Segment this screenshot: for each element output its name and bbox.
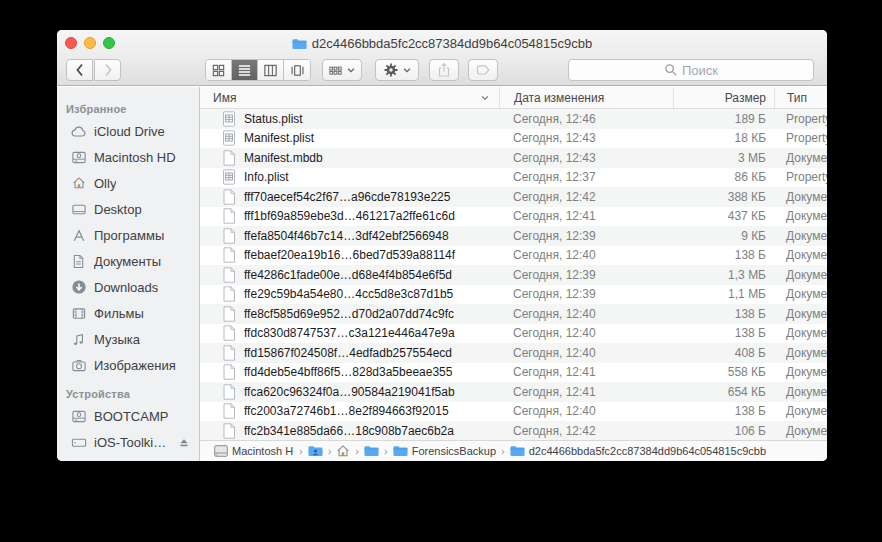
file-type-cell: Документ [774, 365, 827, 379]
file-name-cell: fff70aecef54c2f67…a96cde78193e225 [200, 189, 499, 205]
pathbar-item[interactable] [308, 445, 323, 457]
pathbar-item[interactable] [336, 444, 350, 458]
column-view-icon [263, 63, 278, 78]
table-row[interactable]: Manifest.mbdb Сегодня, 12:43 3 МБ Докуме… [200, 148, 827, 168]
internal-drive-icon [70, 408, 87, 425]
action-button[interactable] [375, 59, 419, 81]
pathbar-item[interactable] [364, 445, 379, 457]
table-row[interactable]: ffebaef20ea19b16…6bed7d539a88114f Сегодн… [200, 246, 827, 266]
sidebar-item-label: iCloud Drive [94, 124, 165, 139]
file-name-cell: ffdc830d8747537…c3a121e446a47e9a [200, 325, 499, 341]
file-name-cell: fff1bf69a859ebe3d…461217a2ffe61c6d [200, 208, 499, 224]
search-input[interactable]: Поиск [568, 59, 814, 81]
share-button[interactable] [429, 59, 459, 81]
document-file-icon [222, 150, 236, 166]
home-icon [70, 175, 87, 192]
icon-view-button[interactable] [206, 60, 232, 80]
column-header-name[interactable]: Имя [200, 87, 499, 108]
table-row[interactable]: ffd15867f024508f…4edfadb257554ecd Сегодн… [200, 343, 827, 363]
document-file-icon [222, 267, 236, 283]
drive-icon [214, 445, 228, 457]
document-file-icon [222, 384, 236, 400]
table-row[interactable]: ffc2b341e885da66…18c908b7aec6b2a Сегодня… [200, 421, 827, 440]
column-header-date[interactable]: Дата изменения [499, 87, 673, 108]
file-name-cell: ffd4deb5e4bff86f5…828d3a5beeae355 [200, 364, 499, 380]
file-name-cell: ffc2b341e885da66…18c908b7aec6b2a [200, 423, 499, 439]
forward-button[interactable] [94, 59, 121, 81]
document-file-icon [222, 189, 236, 205]
table-row[interactable]: ffe8cf585d69e952…d70d2a07dd74c9fc Сегодн… [200, 304, 827, 324]
table-row[interactable]: ffd4deb5e4bff86f5…828d3a5beeae355 Сегодн… [200, 363, 827, 383]
table-row[interactable]: fff70aecef54c2f67…a96cde78193e225 Сегодн… [200, 187, 827, 207]
pathbar-item[interactable]: Macintosh HD [214, 445, 294, 457]
pathbar-separator: › [355, 445, 359, 457]
sidebar-item-downloads[interactable]: Downloads [57, 274, 199, 300]
sidebar-item-macintosh-hd[interactable]: Macintosh HD [57, 144, 199, 170]
table-row[interactable]: ffdc830d8747537…c3a121e446a47e9a Сегодня… [200, 324, 827, 344]
pathbar-item[interactable]: ForensicsBackup [393, 445, 496, 457]
sidebar-item-label: iOS-Toolki… [94, 435, 166, 450]
file-type-cell: Документ [774, 307, 827, 321]
pathbar-item[interactable]: d2c4466bbda5fc2cc87384dd9b64c054815c9cbb [510, 445, 766, 457]
table-row[interactable]: ffefa8504f46b7c14…3df42ebf2566948 Сегодн… [200, 226, 827, 246]
table-row[interactable]: ffe4286c1fade00e…d68e4f4b854e6f5d Сегодн… [200, 265, 827, 285]
sidebar-item-ios-toolkit[interactable]: iOS-Toolki… [57, 429, 199, 455]
file-name-cell: ffe8cf585d69e952…d70d2a07dd74c9fc [200, 306, 499, 322]
document-file-icon [222, 306, 236, 322]
table-row[interactable]: ffc2003a72746b1…8e2f894663f92015 Сегодня… [200, 402, 827, 422]
table-row[interactable]: ffe29c59b4a54e80…4cc5d8e3c87d1b5 Сегодня… [200, 285, 827, 305]
window-title-area: d2c4466bbda5fc2cc87384dd9b64c054815c9cbb [57, 30, 827, 56]
list-header: Имя Дата изменения Размер Тип [200, 87, 827, 109]
sidebar-item-movies[interactable]: Фильмы [57, 300, 199, 326]
view-mode-control [205, 59, 311, 81]
column-view-button[interactable] [258, 60, 284, 80]
sidebar-item-desktop[interactable]: Desktop [57, 196, 199, 222]
column-header-size[interactable]: Размер [673, 87, 774, 108]
file-size-cell: 86 КБ [673, 170, 774, 184]
file-type-cell: Документ [774, 190, 827, 204]
coverflow-view-button[interactable] [284, 60, 310, 80]
sidebar-item-documents[interactable]: Документы [57, 248, 199, 274]
file-name: ffebaef20ea19b16…6bed7d539a88114f [244, 248, 455, 262]
file-name: Manifest.plist [244, 131, 314, 145]
tag-button[interactable] [468, 59, 498, 81]
nav-buttons [66, 59, 121, 81]
file-date-cell: Сегодня, 12:42 [499, 190, 673, 204]
sidebar: Избранное iCloud Drive Macintosh HD Olly… [57, 87, 200, 461]
title-bar[interactable]: d2c4466bbda5fc2cc87384dd9b64c054815c9cbb [57, 30, 827, 56]
list-view-button[interactable] [232, 60, 258, 80]
file-name: Status.plist [244, 112, 303, 126]
back-button[interactable] [66, 59, 93, 81]
file-date-cell: Сегодня, 12:41 [499, 209, 673, 223]
sidebar-item-pictures[interactable]: Изображения [57, 352, 199, 378]
file-name-cell: ffe4286c1fade00e…d68e4f4b854e6f5d [200, 267, 499, 283]
sidebar-item-bootcamp[interactable]: BOOTCAMP [57, 403, 199, 429]
sidebar-item-music[interactable]: Музыка [57, 326, 199, 352]
column-header-type[interactable]: Тип [774, 87, 827, 108]
table-row[interactable]: Status.plist Сегодня, 12:46 189 Б Proper… [200, 109, 827, 129]
file-date-cell: Сегодня, 12:40 [499, 307, 673, 321]
chevron-down-icon [346, 64, 356, 76]
table-row[interactable]: ffca620c96324f0a…90584a219041f5ab Сегодн… [200, 382, 827, 402]
internal-drive-icon [70, 149, 87, 166]
eject-icon [177, 436, 191, 449]
users-folder-icon [308, 445, 323, 457]
sidebar-item-applications[interactable]: Программы [57, 222, 199, 248]
file-type-cell: Property List [774, 170, 827, 184]
sidebar-section-label: Избранное [57, 99, 199, 118]
sidebar-item-home-olly[interactable]: Olly [57, 170, 199, 196]
arrange-button[interactable] [322, 59, 362, 81]
file-date-cell: Сегодня, 12:43 [499, 151, 673, 165]
cloud-icon [70, 123, 87, 140]
file-name: Manifest.mbdb [244, 151, 323, 165]
document-file-icon [222, 403, 236, 419]
sidebar-item-icloud-drive[interactable]: iCloud Drive [57, 118, 199, 144]
table-row[interactable]: Info.plist Сегодня, 12:37 86 КБ Property… [200, 168, 827, 188]
file-date-cell: Сегодня, 12:46 [499, 112, 673, 126]
file-size-cell: 138 Б [673, 326, 774, 340]
music-icon [70, 331, 87, 348]
file-date-cell: Сегодня, 12:40 [499, 248, 673, 262]
table-row[interactable]: Manifest.plist Сегодня, 12:43 18 КБ Prop… [200, 129, 827, 149]
file-size-cell: 558 КБ [673, 365, 774, 379]
table-row[interactable]: fff1bf69a859ebe3d…461217a2ffe61c6d Сегод… [200, 207, 827, 227]
